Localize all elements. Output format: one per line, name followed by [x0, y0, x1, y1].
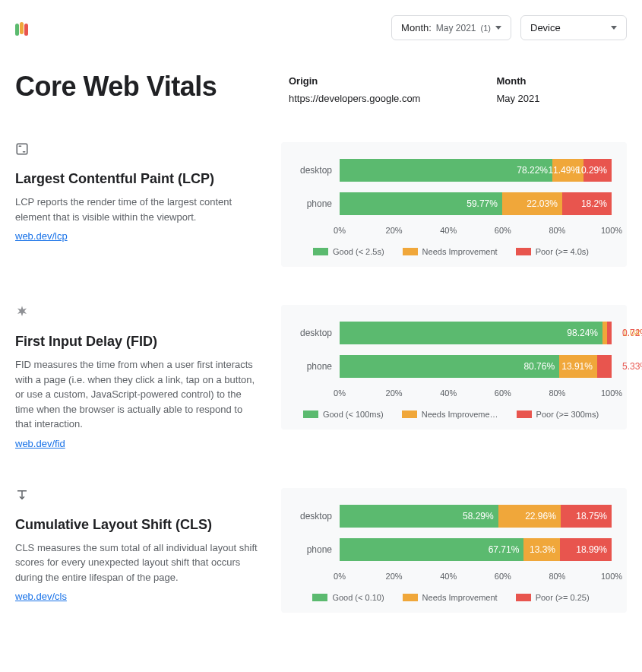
- chart-row-label: phone: [290, 198, 340, 209]
- metric-info: First Input Delay (FID)FID measures the …: [15, 305, 258, 450]
- chart-row-label: desktop: [290, 165, 340, 176]
- metric-link[interactable]: web.dev/cls: [15, 591, 67, 602]
- month-block: Month May 2021: [496, 75, 539, 104]
- bar-track: 67.71%13.3%18.99%: [340, 538, 612, 561]
- legend-item-good: Good (< 2.5s): [313, 247, 384, 256]
- bar-segment-poor: 18.75%: [561, 505, 612, 528]
- chart-row-label: phone: [290, 361, 340, 372]
- legend-label: Poor (>= 4.0s): [536, 247, 589, 256]
- metric-title: First Input Delay (FID): [15, 334, 258, 350]
- month-filter-label: Month:: [401, 22, 432, 33]
- cls-icon: [15, 488, 258, 503]
- origin-value: https://developers.google.com: [289, 93, 420, 104]
- header: Core Web Vitals Origin https://developer…: [15, 71, 627, 104]
- device-filter-label: Device: [530, 22, 561, 33]
- device-filter[interactable]: Device: [520, 15, 627, 40]
- legend-label: Needs Improvement: [422, 593, 498, 602]
- chart-axis: 0%20%40%60%80%100%: [340, 226, 612, 239]
- month-filter-value: May 2021: [436, 23, 476, 33]
- axis-tick: 0%: [334, 226, 346, 235]
- axis-tick: 60%: [495, 388, 511, 398]
- axis-tick: 20%: [386, 226, 403, 235]
- axis-tick: 80%: [549, 226, 565, 235]
- axis-tick: 20%: [386, 572, 403, 581]
- page-title: Core Web Vitals: [15, 71, 258, 103]
- logo-icon: [15, 22, 28, 34]
- metric-section-cls: Cumulative Layout Shift (CLS)CLS measure…: [15, 488, 627, 613]
- legend-item-good: Good (< 100ms): [303, 410, 384, 419]
- metric-title: Largest Contentful Paint (LCP): [15, 171, 258, 187]
- bar-segment-poor: 18.99%: [560, 538, 612, 561]
- chart-row: desktop58.29%22.96%18.75%: [290, 505, 612, 528]
- legend-swatch: [403, 248, 418, 255]
- axis-tick: 40%: [440, 572, 457, 581]
- legend-label: Needs Improveme…: [422, 410, 498, 419]
- chart-axis: 0%20%40%60%80%100%: [340, 572, 612, 585]
- metrics-container: Largest Contentful Paint (LCP)LCP report…: [15, 142, 627, 613]
- legend-swatch: [516, 248, 531, 255]
- bar-segment-poor: 18.2%: [562, 192, 612, 215]
- legend-label: Good (< 100ms): [323, 410, 384, 419]
- legend-swatch: [403, 594, 418, 601]
- chart-row: desktop78.22%11.49%10.29%: [290, 159, 612, 182]
- month-label: Month: [496, 75, 539, 87]
- legend-item-poor: Poor (>= 4.0s): [516, 247, 589, 256]
- axis-tick: 100%: [601, 226, 622, 235]
- chart-row: phone80.76%13.91%5.33%: [290, 355, 612, 378]
- legend-swatch: [516, 594, 531, 601]
- chart-legend: Good (< 100ms)Needs Improveme…Poor (>= 3…: [290, 410, 612, 419]
- bar-segment-good: 78.22%: [340, 159, 552, 182]
- origin-label: Origin: [289, 75, 420, 87]
- bar-track: 58.29%22.96%18.75%: [340, 505, 612, 528]
- chart-row-label: desktop: [290, 511, 340, 521]
- bar-segment-good: 80.76%: [340, 355, 559, 378]
- axis-tick: 60%: [495, 226, 511, 235]
- legend-swatch: [312, 594, 327, 601]
- bar-segment-good: 59.77%: [340, 192, 502, 215]
- metric-info: Cumulative Layout Shift (CLS)CLS measure…: [15, 488, 258, 604]
- legend-item-ni: Needs Improvement: [403, 593, 498, 602]
- legend-item-poor: Poor (>= 0.25): [516, 593, 590, 602]
- legend-item-ni: Needs Improveme…: [402, 410, 498, 419]
- chart-axis: 0%20%40%60%80%100%: [340, 388, 612, 402]
- bar-segment-good: 58.29%: [340, 505, 498, 528]
- bar-track: 80.76%13.91%5.33%: [340, 355, 612, 378]
- axis-tick: 60%: [495, 572, 511, 581]
- chart-row: phone59.77%22.03%18.2%: [290, 192, 612, 215]
- axis-tick: 100%: [601, 388, 622, 398]
- chart-row: desktop98.24%1.04%0.72%: [290, 322, 612, 344]
- meta-block: Origin https://developers.google.com Mon…: [289, 71, 540, 104]
- chart-row-label: desktop: [290, 328, 340, 338]
- axis-tick: 40%: [440, 226, 457, 235]
- month-filter[interactable]: Month: May 2021 (1): [391, 15, 511, 40]
- month-value: May 2021: [496, 93, 539, 104]
- svg-rect-0: [17, 144, 27, 154]
- axis-tick: 0%: [334, 388, 346, 398]
- bar-value-label: 5.33%: [622, 361, 642, 372]
- chevron-down-icon: [611, 26, 617, 30]
- metric-link[interactable]: web.dev/fid: [15, 438, 65, 449]
- top-bar: Month: May 2021 (1) Device: [15, 15, 627, 40]
- bar-segment-good: 98.24%: [340, 322, 602, 344]
- metric-section-fid: First Input Delay (FID)FID measures the …: [15, 305, 627, 450]
- origin-block: Origin https://developers.google.com: [289, 75, 420, 104]
- axis-tick: 40%: [440, 388, 457, 398]
- bar-segment-ni: 13.3%: [523, 538, 560, 561]
- chart-legend: Good (< 0.10)Needs ImprovementPoor (>= 0…: [290, 593, 612, 602]
- bar-segment-ni: 13.91%: [559, 355, 597, 378]
- metric-desc: FID measures the time from when a user f…: [15, 357, 258, 432]
- chart-row: phone67.71%13.3%18.99%: [290, 538, 612, 561]
- bar-segment-ni: 22.96%: [498, 505, 561, 528]
- bar-track: 59.77%22.03%18.2%: [340, 192, 612, 215]
- axis-tick: 80%: [549, 388, 565, 398]
- legend-swatch: [517, 410, 532, 418]
- chart-panel-fid: desktop98.24%1.04%0.72%phone80.76%13.91%…: [281, 305, 627, 430]
- chevron-down-icon: [495, 26, 501, 30]
- metric-link[interactable]: web.dev/lcp: [15, 230, 68, 242]
- legend-swatch: [303, 410, 318, 418]
- metric-title: Cumulative Layout Shift (CLS): [15, 517, 258, 533]
- chart-panel-cls: desktop58.29%22.96%18.75%phone67.71%13.3…: [281, 488, 627, 613]
- bar-segment-poor: 0.72%: [607, 322, 612, 344]
- axis-tick: 0%: [334, 572, 346, 581]
- legend-item-ni: Needs Improvement: [403, 247, 498, 256]
